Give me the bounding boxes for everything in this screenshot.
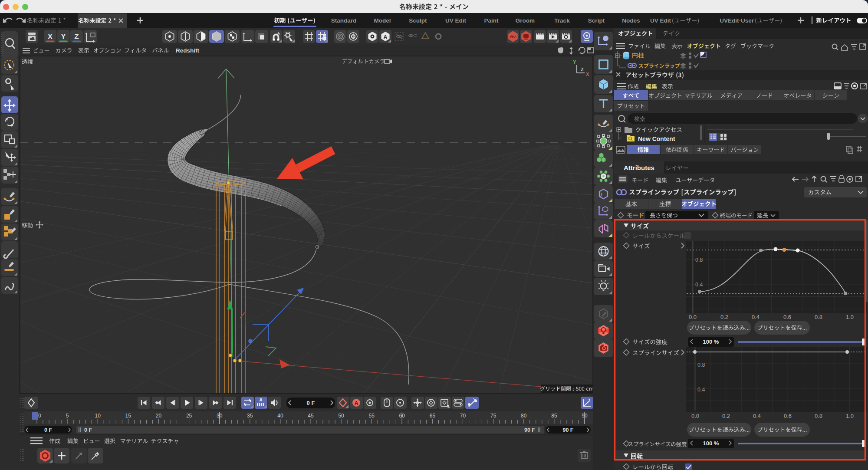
svg-text:0.6: 0.6 xyxy=(783,314,791,320)
svg-text:A: A xyxy=(383,34,388,40)
svg-text:Track: Track xyxy=(554,17,570,24)
svg-text:80: 80 xyxy=(521,413,527,419)
svg-text:0.8: 0.8 xyxy=(695,257,703,263)
svg-text:0 F: 0 F xyxy=(307,400,315,406)
svg-text:100 %: 100 % xyxy=(703,440,719,447)
svg-text:0.8: 0.8 xyxy=(697,362,705,368)
svg-text:50: 50 xyxy=(338,413,344,419)
svg-text:Groom: Groom xyxy=(516,17,535,24)
svg-text:0: 0 xyxy=(38,413,41,419)
svg-text:5: 5 xyxy=(66,413,69,419)
svg-text:20: 20 xyxy=(156,413,162,419)
svg-text:35: 35 xyxy=(247,413,253,419)
svg-text:Model: Model xyxy=(374,17,391,24)
svg-text:90 F: 90 F xyxy=(524,427,535,433)
svg-text:A: A xyxy=(259,398,262,402)
svg-text:0.8: 0.8 xyxy=(815,314,822,320)
svg-text:25: 25 xyxy=(186,413,192,419)
svg-text:70: 70 xyxy=(460,413,466,419)
svg-text:UV Edit: UV Edit xyxy=(445,17,467,24)
svg-text:A: A xyxy=(355,400,358,406)
svg-text:0.4: 0.4 xyxy=(697,387,705,393)
svg-text:New Content: New Content xyxy=(638,135,675,142)
svg-text:Y: Y xyxy=(573,59,576,65)
svg-text:85: 85 xyxy=(551,413,557,419)
svg-text:0 F: 0 F xyxy=(44,427,52,433)
svg-text:Script: Script xyxy=(588,17,605,24)
svg-text:1.0: 1.0 xyxy=(846,413,854,419)
svg-text:Sculpt: Sculpt xyxy=(409,17,427,24)
svg-text:X: X xyxy=(586,72,589,77)
svg-text:10: 10 xyxy=(95,413,101,419)
svg-text:Nodes: Nodes xyxy=(622,17,640,24)
svg-text:0.6: 0.6 xyxy=(784,413,792,419)
svg-text:0.2: 0.2 xyxy=(722,413,730,419)
svg-text:90 F: 90 F xyxy=(562,427,573,433)
svg-text:100 %: 100 % xyxy=(703,339,719,345)
svg-text:Z: Z xyxy=(74,33,79,41)
svg-text:Z: Z xyxy=(581,67,584,72)
svg-text:0 F: 0 F xyxy=(84,427,92,433)
svg-text:0.2: 0.2 xyxy=(720,314,728,320)
svg-text:65: 65 xyxy=(430,413,436,419)
svg-text:55: 55 xyxy=(369,413,375,419)
svg-text:Attributes: Attributes xyxy=(624,164,654,171)
svg-text:0.0: 0.0 xyxy=(691,413,699,419)
svg-text:75: 75 xyxy=(490,413,496,419)
svg-text:1.0: 1.0 xyxy=(846,314,854,320)
svg-text:UV Edit: UV Edit xyxy=(650,17,671,24)
svg-text:RV: RV xyxy=(510,34,516,39)
svg-text:0.8: 0.8 xyxy=(815,413,822,419)
svg-text:Paint: Paint xyxy=(484,17,499,24)
svg-text:UVEdit-User: UVEdit-User xyxy=(720,17,754,24)
svg-text:15: 15 xyxy=(125,413,132,419)
svg-text:Y: Y xyxy=(61,33,66,41)
svg-text:0.4: 0.4 xyxy=(752,314,760,320)
svg-text:Standard: Standard xyxy=(331,17,357,24)
svg-text:X: X xyxy=(48,33,53,41)
svg-text:45: 45 xyxy=(308,413,314,419)
svg-text:40: 40 xyxy=(277,413,283,419)
svg-text:Redshift: Redshift xyxy=(176,47,200,54)
svg-text:0.4: 0.4 xyxy=(695,282,703,288)
svg-text:0.4: 0.4 xyxy=(753,413,761,419)
svg-text:0.0: 0.0 xyxy=(689,314,697,320)
